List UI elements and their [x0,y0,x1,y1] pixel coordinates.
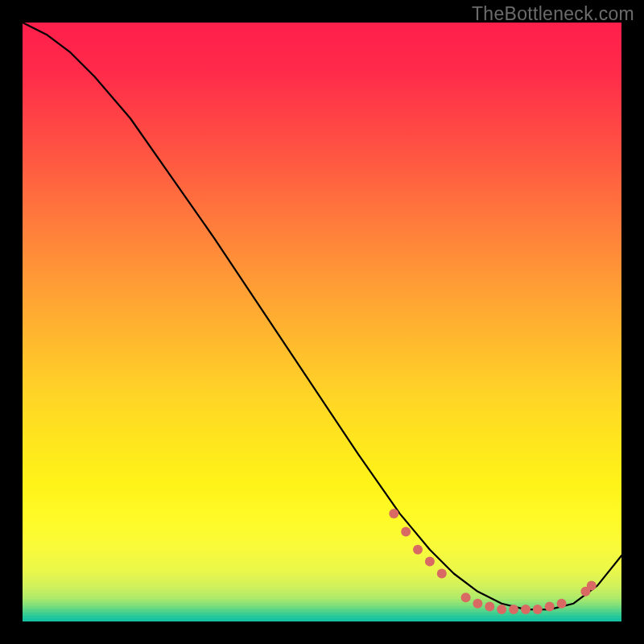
data-point [545,601,555,611]
curve-svg [23,23,621,621]
chart-frame: TheBottleneck.com [0,0,644,644]
data-point [557,599,567,609]
data-point [425,557,435,567]
data-point [509,605,518,614]
data-point [587,580,597,590]
data-point [521,605,530,614]
watermark-text: TheBottleneck.com [472,3,634,25]
data-point [485,601,494,611]
curve-line [23,23,621,609]
data-point [437,569,447,579]
data-point [533,605,543,614]
data-point [413,545,423,555]
data-point [461,592,471,602]
data-point [497,605,506,614]
data-point [389,509,398,518]
data-point [401,526,411,536]
plot-area [23,23,621,621]
data-point [473,599,482,609]
